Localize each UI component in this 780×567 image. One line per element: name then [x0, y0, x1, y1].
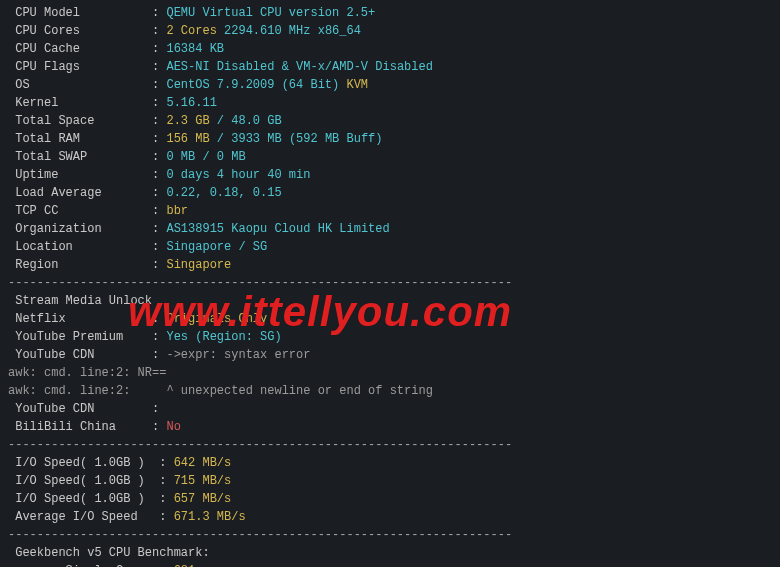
divider: ----------------------------------------…	[8, 274, 772, 292]
row-stream-header: Stream Media Unlock	[8, 292, 772, 310]
label-total-ram: Total RAM	[15, 132, 80, 146]
row-location: Location : Singapore / SG	[8, 238, 772, 256]
label-bilibili: BiliBili China	[15, 420, 116, 434]
value-io3: 657 MB/s	[174, 492, 232, 506]
terminal-output: CPU Model : QEMU Virtual CPU version 2.5…	[0, 0, 780, 567]
row-yt-premium: YouTube Premium : Yes (Region: SG)	[8, 328, 772, 346]
label-cpu-model: CPU Model	[15, 6, 80, 20]
row-total-swap: Total SWAP : 0 MB / 0 MB	[8, 148, 772, 166]
value-location: Singapore / SG	[166, 240, 267, 254]
label-geekbench-header: Geekbench v5 CPU Benchmark:	[15, 546, 209, 560]
label-yt-cdn2: YouTube CDN	[15, 402, 94, 416]
row-uptime: Uptime : 0 days 4 hour 40 min	[8, 166, 772, 184]
label-io1: I/O Speed( 1.0GB )	[15, 456, 145, 470]
row-cpu-flags: CPU Flags : AES-NI Disabled & VM-x/AMD-V…	[8, 58, 772, 76]
label-tcp-cc: TCP CC	[15, 204, 58, 218]
label-io3: I/O Speed( 1.0GB )	[15, 492, 145, 506]
row-cpu-cache: CPU Cache : 16384 KB	[8, 40, 772, 58]
label-yt-premium: YouTube Premium	[15, 330, 123, 344]
value-cpu-cores: 2 Cores	[166, 24, 216, 38]
label-cpu-cache: CPU Cache	[15, 42, 80, 56]
value-ram-buff: (592 MB Buff)	[289, 132, 383, 146]
label-region: Region	[15, 258, 58, 272]
label-yt-cdn1: YouTube CDN	[15, 348, 94, 362]
value-organization: AS138915 Kaopu Cloud HK Limited	[166, 222, 389, 236]
value-os-virt: KVM	[346, 78, 368, 92]
value-region: Singapore	[166, 258, 231, 272]
row-tcp-cc: TCP CC : bbr	[8, 202, 772, 220]
value-cpu-cache: 16384 KB	[166, 42, 224, 56]
label-cpu-cores: CPU Cores	[15, 24, 80, 38]
value-total-swap: 0 MB / 0 MB	[166, 150, 245, 164]
divider: ----------------------------------------…	[8, 436, 772, 454]
label-kernel: Kernel	[15, 96, 58, 110]
row-awk-error2: awk: cmd. line:2: ^ unexpected newline o…	[8, 382, 772, 400]
value-cpu-flags: AES-NI Disabled & VM-x/AMD-V Disabled	[166, 60, 432, 74]
label-cpu-flags: CPU Flags	[15, 60, 80, 74]
label-io2: I/O Speed( 1.0GB )	[15, 474, 145, 488]
value-uptime: 0 days 4 hour 40 min	[166, 168, 310, 182]
label-total-space: Total Space	[15, 114, 94, 128]
row-organization: Organization : AS138915 Kaopu Cloud HK L…	[8, 220, 772, 238]
label-load-avg: Load Average	[15, 186, 101, 200]
row-total-ram: Total RAM : 156 MB / 3933 MB (592 MB Buf…	[8, 130, 772, 148]
row-io1: I/O Speed( 1.0GB ) : 642 MB/s	[8, 454, 772, 472]
value-space-used: 2.3 GB	[166, 114, 209, 128]
value-ram-used: 156 MB	[166, 132, 209, 146]
label-organization: Organization	[15, 222, 101, 236]
row-os: OS : CentOS 7.9.2009 (64 Bit) KVM	[8, 76, 772, 94]
label-location: Location	[15, 240, 73, 254]
row-io2: I/O Speed( 1.0GB ) : 715 MB/s	[8, 472, 772, 490]
value-cpu-model: QEMU Virtual CPU version 2.5+	[166, 6, 375, 20]
value-yt-cdn1: ->expr: syntax error	[166, 348, 310, 362]
row-awk-error1: awk: cmd. line:2: NR==	[8, 364, 772, 382]
row-cpu-cores: CPU Cores : 2 Cores 2294.610 MHz x86_64	[8, 22, 772, 40]
label-stream-header: Stream Media Unlock	[15, 294, 152, 308]
divider: ----------------------------------------…	[8, 526, 772, 544]
row-netflix: Netflix : Originals Only	[8, 310, 772, 328]
value-cpu-freq: 2294.610 MHz x86_64	[224, 24, 361, 38]
value-ram-total: 3933 MB	[231, 132, 281, 146]
value-io2: 715 MB/s	[174, 474, 232, 488]
label-netflix: Netflix	[15, 312, 65, 326]
label-uptime: Uptime	[15, 168, 58, 182]
row-yt-cdn2: YouTube CDN :	[8, 400, 772, 418]
row-bilibili: BiliBili China : No	[8, 418, 772, 436]
value-io1: 642 MB/s	[174, 456, 232, 470]
row-region: Region : Singapore	[8, 256, 772, 274]
row-cpu-model: CPU Model : QEMU Virtual CPU version 2.5…	[8, 4, 772, 22]
value-load-avg: 0.22, 0.18, 0.15	[166, 186, 281, 200]
row-load-avg: Load Average : 0.22, 0.18, 0.15	[8, 184, 772, 202]
value-space-total: 48.0 GB	[231, 114, 281, 128]
value-kernel: 5.16.11	[166, 96, 216, 110]
row-geekbench-header: Geekbench v5 CPU Benchmark:	[8, 544, 772, 562]
row-total-space: Total Space : 2.3 GB / 48.0 GB	[8, 112, 772, 130]
value-yt-premium: Yes (Region: SG)	[166, 330, 281, 344]
value-netflix: Originals Only	[166, 312, 267, 326]
row-yt-cdn1: YouTube CDN : ->expr: syntax error	[8, 346, 772, 364]
label-os: OS	[15, 78, 29, 92]
row-io-avg: Average I/O Speed : 671.3 MB/s	[8, 508, 772, 526]
value-os: CentOS 7.9.2009 (64 Bit)	[166, 78, 339, 92]
value-tcp-cc: bbr	[166, 204, 188, 218]
row-kernel: Kernel : 5.16.11	[8, 94, 772, 112]
value-io-avg: 671.3 MB/s	[174, 510, 246, 524]
row-gb-single: Single Core : 681	[8, 562, 772, 567]
label-total-swap: Total SWAP	[15, 150, 87, 164]
label-io-avg: Average I/O Speed	[15, 510, 137, 524]
row-io3: I/O Speed( 1.0GB ) : 657 MB/s	[8, 490, 772, 508]
value-bilibili: No	[166, 420, 180, 434]
